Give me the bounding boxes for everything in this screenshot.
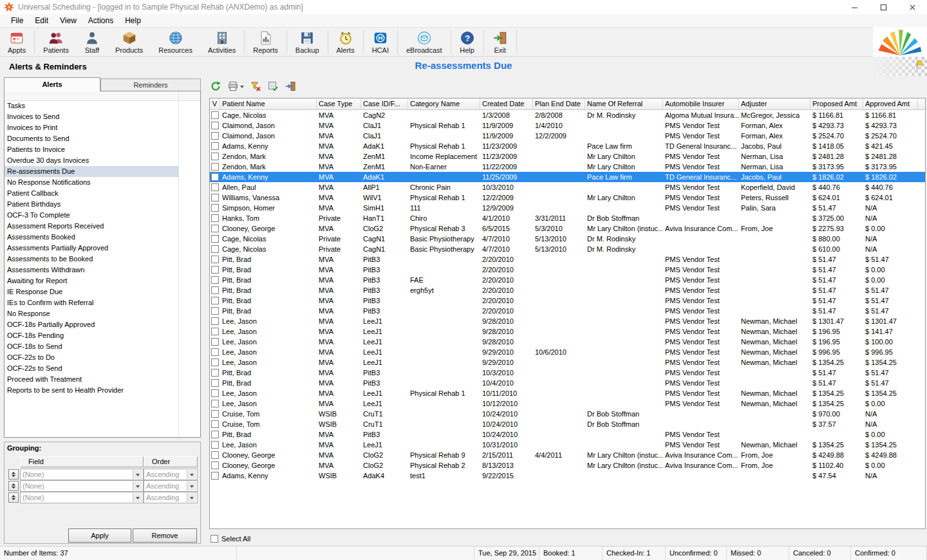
sidebar-item-awaiting-for-report[interactable]: Awaiting for Report: [5, 275, 178, 286]
sidebar-item-assessments-withdrawn[interactable]: Assessments Withdrawn: [5, 265, 178, 275]
row-checkbox[interactable]: [211, 297, 219, 304]
sidebar-item-tasks[interactable]: Tasks: [5, 100, 178, 111]
sidebar-item-proceed-with-treatment[interactable]: Proceed with Treatment: [5, 374, 178, 385]
sidebar-item-no-response-notifications[interactable]: No Response Notifications: [5, 177, 178, 188]
table-row[interactable]: Pitt, BradMVAPitB310/3/2010PMS Vendor Te…: [210, 368, 925, 378]
table-row[interactable]: Pitt, BradMVAPitB32/20/2010PMS Vendor Te…: [210, 265, 925, 275]
table-row[interactable]: Cage, NicolasPrivateCagN1Basic Physiothe…: [210, 234, 925, 244]
row-checkbox[interactable]: [211, 153, 219, 160]
ebroadcast-button[interactable]: eBroadcast: [398, 28, 450, 56]
table-row[interactable]: Lee, JasonMVALeeJ110/31/2010PMS Vendor T…: [210, 440, 925, 450]
table-row[interactable]: Cruise, TomWSIBCruT110/24/2010Dr Bob Sto…: [210, 419, 925, 429]
reorder-updown-button[interactable]: [8, 469, 19, 480]
column-header-category-name[interactable]: Category Name: [408, 98, 480, 109]
row-checkbox[interactable]: [211, 245, 219, 253]
grouping-order-select[interactable]: Ascending: [144, 480, 198, 492]
refresh-button[interactable]: [210, 80, 221, 92]
menu-actions[interactable]: Actions: [82, 14, 119, 27]
row-checkbox[interactable]: [211, 420, 219, 428]
table-row[interactable]: Adams, KennyMVAAdaK1Physical Rehab 111/2…: [210, 141, 925, 151]
list-column-header[interactable]: [5, 91, 200, 101]
row-checkbox[interactable]: [211, 307, 219, 315]
row-checkbox[interactable]: [211, 400, 219, 407]
table-row[interactable]: Lee, JasonMVALeeJ1Physical Rehab 110/11/…: [210, 388, 925, 398]
table-row[interactable]: Lee, JasonMVALeeJ19/28/2010PMS Vendor Te…: [210, 316, 925, 326]
row-checkbox[interactable]: [211, 338, 219, 346]
grouping-order-select[interactable]: Ascending: [144, 469, 198, 480]
table-row[interactable]: Adams, KennyMVAAdaK111/25/2009Pace Law f…: [210, 172, 925, 182]
table-row[interactable]: Simpson, HomerMVASimH111112/9/2009PMS Ve…: [210, 203, 925, 213]
table-row[interactable]: Pitt, BradMVAPitB32/20/2010PMS Vendor Te…: [210, 306, 925, 316]
remove-button[interactable]: Remove: [133, 528, 197, 543]
table-row[interactable]: Williams, VanessaMVAWilV1Physical Rehab …: [210, 192, 925, 203]
row-checkbox[interactable]: [211, 379, 219, 387]
row-checkbox[interactable]: [211, 328, 219, 335]
sidebar-item-overdue-30-days-invoices[interactable]: Overdue 30 days Invoices: [5, 155, 178, 166]
column-header-name-of-referral[interactable]: Name Of Referral: [585, 98, 663, 109]
table-row[interactable]: Clooney, GeorgeMVACloG2Physical Rehab 36…: [210, 223, 925, 234]
table-row[interactable]: Pitt, BradMVAPitB32/20/2010PMS Vendor Te…: [210, 254, 925, 265]
sidebar-item-patients-to-invoice[interactable]: Patients to Invoice: [5, 144, 178, 155]
row-checkbox[interactable]: [211, 256, 219, 263]
table-row[interactable]: Pitt, BradMVAPitB32/20/2010PMS Vendor Te…: [210, 295, 925, 306]
minimize-button[interactable]: [840, 0, 869, 14]
row-checkbox[interactable]: [211, 225, 219, 232]
menu-edit[interactable]: Edit: [29, 14, 54, 27]
table-row[interactable]: Allen, PaulMVAAllP1Chronic Pain10/3/2010…: [210, 182, 925, 192]
resources-button[interactable]: Resources: [151, 28, 200, 56]
table-row[interactable]: Lee, JasonMVALeeJ19/28/2010PMS Vendor Te…: [210, 337, 925, 347]
table-row[interactable]: Cage, NicolasMVACagN21/3/20082/8/2008Dr …: [210, 110, 925, 120]
table-row[interactable]: Pitt, BradMVAPitB3FAE2/20/2010PMS Vendor…: [210, 275, 925, 285]
reorder-updown-button[interactable]: [8, 481, 19, 491]
backup-button[interactable]: Backup: [288, 28, 327, 56]
sidebar-item-assessments-partially-approved[interactable]: Assessments Partially Approved: [5, 243, 178, 254]
column-header-adjuster[interactable]: Adjuster: [739, 98, 810, 109]
sidebar-item-patient-callback[interactable]: Patient Callback: [5, 188, 178, 199]
row-checkbox[interactable]: [211, 173, 219, 181]
row-checkbox[interactable]: [211, 348, 219, 356]
table-row[interactable]: Pitt, BradMVAPitB310/4/2010PMS Vendor Te…: [210, 378, 925, 388]
column-header-automobile-insurer[interactable]: Automobile Insurer: [663, 98, 739, 109]
tab-alerts[interactable]: Alerts: [4, 77, 100, 91]
sidebar-item-assessments-booked[interactable]: Assessments Booked: [5, 232, 178, 243]
sidebar-item-no-response[interactable]: No Response: [5, 308, 178, 319]
grouping-field-select[interactable]: (None): [20, 480, 144, 492]
row-checkbox[interactable]: [211, 235, 219, 243]
alert-settings-button[interactable]: [250, 80, 261, 92]
row-checkbox[interactable]: [211, 122, 219, 129]
column-header-proposed-amt[interactable]: Proposed Amt: [810, 98, 863, 109]
column-header-plan-end-date[interactable]: Plan End Date: [533, 98, 585, 109]
sidebar-item-ie-response-due[interactable]: IE Response Due: [5, 286, 178, 297]
print-button[interactable]: [227, 80, 244, 92]
column-header-case-type[interactable]: Case Type: [317, 98, 361, 109]
table-row[interactable]: Cruise, TomWSIBCruT110/24/2010Dr Bob Sto…: [210, 409, 925, 419]
table-row[interactable]: Claimond, JasonMVAClaJ111/9/200912/2/200…: [210, 131, 925, 141]
column-header-created-date[interactable]: Created Date: [480, 98, 533, 109]
row-checkbox[interactable]: [211, 359, 219, 366]
row-checkbox[interactable]: [211, 462, 219, 469]
table-row[interactable]: Clooney, GeorgeMVACloG2Physical Rehab 92…: [210, 450, 925, 460]
column-header-case-id-f[interactable]: Case ID/F...: [361, 98, 408, 109]
grouping-field-select[interactable]: (None): [20, 469, 144, 480]
sidebar-item-assessments-to-be-booked[interactable]: Assessments to be Booked: [5, 254, 178, 265]
hcai-button[interactable]: HCAI: [364, 28, 397, 56]
appts-button[interactable]: Appts: [0, 28, 33, 56]
close-panel-button[interactable]: [285, 80, 296, 92]
activities-button[interactable]: Activities: [200, 28, 243, 56]
sidebar-item-patient-birthdays[interactable]: Patient Birthdays: [5, 199, 178, 210]
grouping-order-select[interactable]: Ascending: [144, 492, 198, 503]
row-checkbox[interactable]: [211, 142, 219, 150]
menu-file[interactable]: File: [5, 14, 29, 27]
row-checkbox[interactable]: [211, 389, 219, 397]
table-row[interactable]: Lee, JasonMVALeeJ19/29/201010/6/2010PMS …: [210, 347, 925, 357]
sidebar-item-ocf-3-to-complete[interactable]: OCF-3 To Complete: [5, 210, 178, 221]
table-row[interactable]: Hanks, TomPrivateHanT1Chiro4/1/20103/31/…: [210, 213, 925, 223]
sidebar-item-ocf-18s-to-send[interactable]: OCF-18s to Send: [5, 341, 178, 352]
table-row[interactable]: Adams, KennyWSIBAdaK4test19/22/2015$ 47.…: [210, 471, 925, 481]
row-checkbox[interactable]: [211, 111, 219, 119]
table-row[interactable]: Clooney, GeorgeMVACloG2Physical Rehab 28…: [210, 460, 925, 471]
maximize-button[interactable]: [869, 0, 898, 14]
row-checkbox[interactable]: [211, 132, 219, 140]
sidebar-item-documents-to-send[interactable]: Documents to Send: [5, 133, 178, 144]
table-row[interactable]: Pitt, BradMVAPitB3ergh5yt2/20/2010PMS Ve…: [210, 285, 925, 295]
